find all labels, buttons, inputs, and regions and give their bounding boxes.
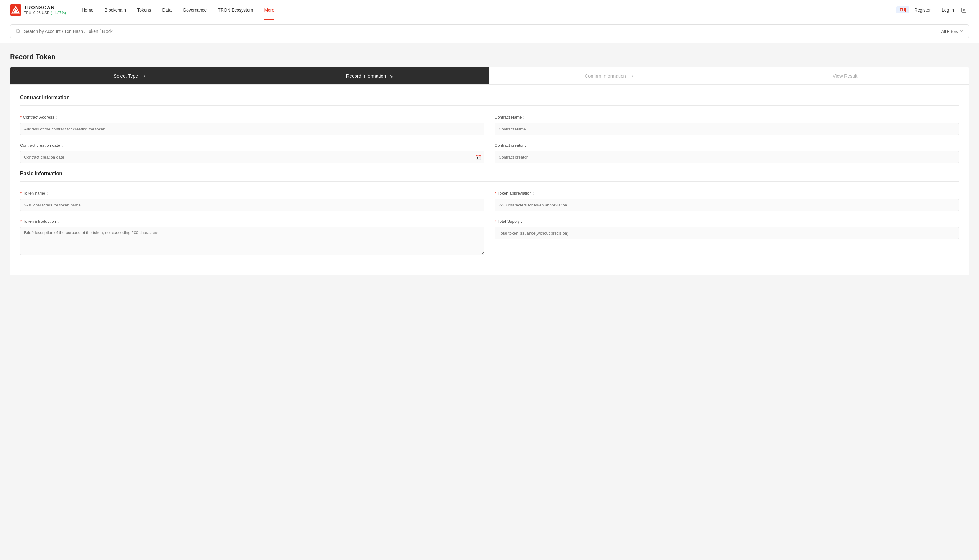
total-supply-group: * Total Supply：: [495, 219, 959, 255]
contract-row-2: Contract creation date： 📅 Contract creat…: [20, 143, 959, 163]
nav-item-more[interactable]: More: [259, 0, 280, 20]
token-name-input[interactable]: [20, 199, 484, 211]
form-card: Contract Information * Contract Address：…: [10, 85, 969, 275]
contract-name-group: Contract Name：: [495, 115, 959, 135]
token-name-required: *: [20, 191, 22, 196]
step-select-type[interactable]: Select Type →: [10, 67, 250, 85]
trx-price: TRX: 0.06 USD (+1.87%): [24, 11, 66, 15]
nav-item-tokens[interactable]: Tokens: [132, 0, 157, 20]
contract-creator-group: Contract creator：: [495, 143, 959, 163]
token-introduction-textarea[interactable]: [20, 227, 484, 255]
step-1-arrow: →: [141, 73, 146, 79]
basic-row-1: * Token name： * Token abbreviation：: [20, 190, 959, 211]
basic-row-2: * Token introduction： * Total Supply：: [20, 219, 959, 255]
nav-links: Home Blockchain Tokens Data Governance T…: [76, 0, 896, 20]
token-introduction-group: * Token introduction：: [20, 219, 484, 255]
token-name-group: * Token name：: [20, 190, 484, 211]
token-introduction-label: * Token introduction：: [20, 219, 484, 224]
token-abbreviation-required: *: [495, 191, 496, 196]
logo-area[interactable]: TRONSCAN TRX: 0.06 USD (+1.87%): [10, 4, 66, 16]
token-abbreviation-input[interactable]: [495, 199, 959, 211]
contract-row-1: * Contract Address： Contract Name：: [20, 115, 959, 135]
step-4-arrow: →: [861, 73, 866, 79]
notification-icon[interactable]: [959, 5, 969, 15]
contract-creation-date-input[interactable]: [20, 151, 484, 163]
register-button[interactable]: Register: [914, 8, 931, 13]
token-introduction-required: *: [20, 219, 22, 224]
step-1-label: Select Type: [113, 73, 138, 78]
step-4-label: View Result: [833, 73, 857, 78]
nav-item-data[interactable]: Data: [157, 0, 177, 20]
nav-item-tron-ecosystem[interactable]: TRON Ecosystem: [212, 0, 259, 20]
nav-right: TUj Register | Log In: [896, 5, 969, 15]
contract-creator-input[interactable]: [495, 151, 959, 163]
trx-change: (+1.87%): [51, 11, 66, 15]
total-supply-label: * Total Supply：: [495, 219, 959, 224]
nav-item-blockchain[interactable]: Blockchain: [99, 0, 132, 20]
step-confirm-information[interactable]: Confirm Information →: [489, 67, 729, 85]
contract-address-input[interactable]: [20, 123, 484, 135]
navbar: TRONSCAN TRX: 0.06 USD (+1.87%) Home Blo…: [0, 0, 979, 20]
search-bar: All Filters: [10, 24, 969, 38]
nav-item-governance[interactable]: Governance: [177, 0, 212, 20]
main-content: Record Token Select Type → Record Inform…: [0, 43, 979, 560]
contract-address-required: *: [20, 115, 22, 120]
login-button[interactable]: Log In: [942, 8, 954, 13]
contract-creation-date-group: Contract creation date： 📅: [20, 143, 484, 163]
search-icon: [15, 28, 21, 34]
chevron-down-icon: [959, 29, 964, 33]
tronscan-logo-icon: [10, 4, 21, 16]
search-bar-container: All Filters: [0, 20, 979, 43]
contract-creation-date-wrapper: 📅: [20, 151, 484, 163]
step-2-label: Record Information: [346, 73, 386, 78]
contract-section-title: Contract Information: [20, 95, 959, 106]
logo-text: TRONSCAN: [24, 5, 66, 11]
step-3-arrow: →: [629, 73, 634, 79]
contract-address-label: * Contract Address：: [20, 115, 484, 120]
token-abbreviation-group: * Token abbreviation：: [495, 190, 959, 211]
total-supply-required: *: [495, 219, 496, 224]
token-name-label: * Token name：: [20, 190, 484, 196]
step-view-result[interactable]: View Result →: [729, 67, 969, 85]
nav-item-home[interactable]: Home: [76, 0, 99, 20]
contract-name-label: Contract Name：: [495, 115, 959, 120]
all-filters-button[interactable]: All Filters: [936, 29, 964, 34]
steps-container: Select Type → Record Information ↘ Confi…: [10, 67, 969, 85]
contract-address-group: * Contract Address：: [20, 115, 484, 135]
page-title: Record Token: [10, 53, 969, 61]
step-record-information[interactable]: Record Information ↘: [250, 67, 489, 85]
token-abbreviation-label: * Token abbreviation：: [495, 190, 959, 196]
user-badge[interactable]: TUj: [896, 6, 909, 13]
step-2-arrow: ↘: [389, 73, 393, 79]
svg-rect-3: [962, 8, 966, 12]
basic-section-title: Basic Information: [20, 171, 959, 182]
contract-creation-date-label: Contract creation date：: [20, 143, 484, 148]
contract-name-input[interactable]: [495, 123, 959, 135]
contract-creator-label: Contract creator：: [495, 143, 959, 148]
step-3-label: Confirm Information: [585, 73, 626, 78]
search-input[interactable]: [24, 29, 936, 34]
total-supply-input[interactable]: [495, 227, 959, 239]
